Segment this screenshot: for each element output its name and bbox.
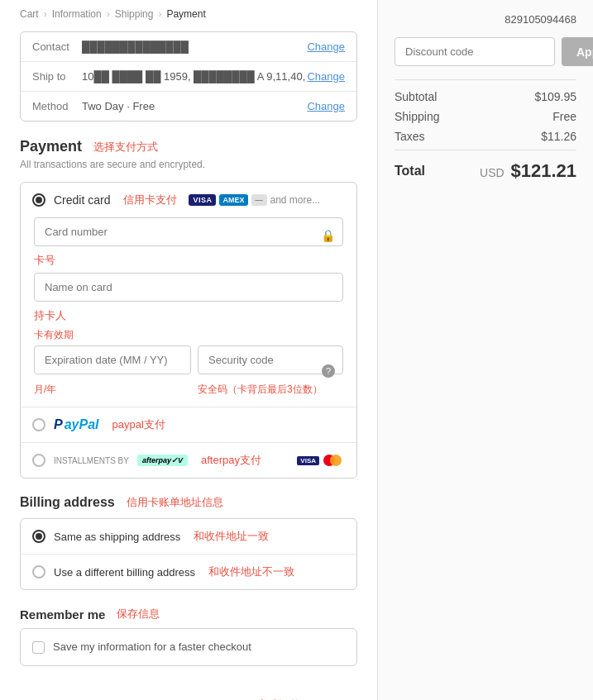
remember-section: Remember me 保存信息 Save my information for…	[20, 607, 357, 666]
paypal-radio[interactable]	[32, 418, 45, 431]
security-wrapper: ? 安全码（卡背后最后3位数）	[198, 345, 343, 397]
order-number: 829105094468	[395, 13, 576, 26]
remember-checkbox[interactable]	[32, 641, 45, 654]
payment-options: Credit card 信用卡支付 VISA AMEX — and more..…	[20, 182, 357, 479]
billing-chinese-title: 信用卡账单地址信息	[127, 495, 223, 510]
shipto-label: Ship to	[32, 70, 82, 83]
info-table: Contact ██████████████ Change Ship to 10…	[20, 31, 357, 121]
paypal-p: P	[54, 417, 63, 432]
security-annotation: 安全码（卡背后最后3位数）	[198, 383, 343, 397]
total-value: $121.21	[510, 160, 576, 181]
expiry-input[interactable]	[34, 345, 191, 374]
card-form: 🔒 卡号 持卡人 卡有效期 月/年 ? 安全码（卡	[32, 217, 345, 397]
payment-option-afterpay[interactable]: INSTALLMENTS BY afterpay✓V afterpay支付 VI…	[21, 443, 356, 478]
payment-option-credit-card[interactable]: Credit card 信用卡支付 VISA AMEX — and more..…	[21, 183, 356, 407]
subtotal-label: Subtotal	[395, 90, 437, 103]
expiry-wrapper: 月/年	[34, 345, 191, 397]
contact-label: Contact	[32, 40, 82, 53]
visa-icon: VISA	[189, 194, 216, 206]
total-row: Total USD $121.21	[395, 150, 576, 182]
billing-diff-chinese: 和收件地址不一致	[208, 564, 294, 579]
breadcrumb-sep-1: ›	[44, 8, 47, 20]
down-arrow-icon: ↓	[305, 696, 313, 700]
credit-card-radio[interactable]	[32, 193, 45, 207]
billing-same-label: Same as shipping address	[54, 531, 180, 543]
payment-subtitle: All transactions are secure and encrypte…	[20, 159, 357, 170]
taxes-row: Taxes $11.26	[395, 130, 576, 143]
mastercard-icon	[323, 454, 345, 467]
other-card-icon: —	[251, 194, 267, 206]
apply-button[interactable]: Apply	[562, 37, 593, 66]
info-row-shipto: Ship to 10██ ████ ██ 1959, ████████ A 9,…	[21, 62, 356, 92]
info-row-contact: Contact ██████████████ Change	[21, 32, 356, 62]
bottom-bar: < Return to shipping 完成订单 ↓ Complete ord…	[20, 683, 357, 700]
complete-annotation: 完成订单	[257, 698, 300, 701]
card-icons: VISA AMEX — and more...	[189, 194, 320, 206]
breadcrumb-shipping[interactable]: Shipping	[115, 8, 154, 20]
afterpay-logo: afterpay✓V	[137, 455, 188, 466]
billing-diff-label: Use a different billing address	[54, 566, 195, 579]
contact-change[interactable]: Change	[307, 40, 345, 53]
billing-diff-radio[interactable]	[32, 565, 45, 579]
expiry-annotation: 月/年	[34, 383, 191, 397]
shipping-label: Shipping	[395, 110, 440, 123]
right-panel: 829105094468 Apply Subtotal $109.95 Ship…	[378, 0, 593, 700]
shipto-change[interactable]: Change	[307, 70, 345, 83]
paypal-chinese: paypal支付	[112, 417, 165, 432]
billing-option-same[interactable]: Same as shipping address 和收件地址一致	[21, 519, 356, 555]
afterpay-visa-icon: VISA	[297, 456, 319, 465]
paypal-rest: ayPal	[65, 417, 99, 432]
amex-icon: AMEX	[219, 194, 247, 206]
method-value: Two Day · Free	[82, 100, 307, 112]
more-cards-text: and more...	[270, 194, 321, 206]
remember-box: Save my information for a faster checkou…	[20, 628, 357, 666]
remember-label: Save my information for a faster checkou…	[53, 640, 251, 653]
taxes-label: Taxes	[395, 130, 425, 143]
installments-by-text: INSTALLMENTS BY	[54, 456, 129, 465]
card-number-annotation: 卡号	[34, 253, 343, 268]
card-name-annotation: 持卡人	[34, 308, 343, 323]
card-number-input[interactable]	[34, 217, 343, 246]
discount-input[interactable]	[395, 37, 555, 66]
method-label: Method	[32, 100, 82, 112]
info-row-method: Method Two Day · Free Change	[21, 92, 356, 121]
method-change[interactable]: Change	[307, 100, 345, 112]
breadcrumb-information[interactable]: Information	[52, 8, 102, 20]
subtotal-row: Subtotal $109.95	[395, 90, 576, 103]
afterpay-card-icons: VISA	[297, 454, 345, 467]
afterpay-radio[interactable]	[32, 454, 45, 467]
billing-option-different[interactable]: Use a different billing address 和收件地址不一致	[21, 555, 356, 589]
total-label: Total	[395, 164, 425, 179]
breadcrumb: Cart › Information › Shipping › Payment	[20, 0, 357, 31]
card-expiry-section-label: 卡有效期	[34, 328, 343, 342]
billing-same-chinese: 和收件地址一致	[194, 529, 269, 544]
afterpay-chinese: afterpay支付	[201, 453, 261, 468]
paypal-logo: P ayPal	[54, 417, 98, 432]
card-name-input[interactable]	[34, 273, 343, 302]
contact-value: ██████████████	[82, 40, 307, 53]
breadcrumb-payment: Payment	[166, 8, 205, 20]
billing-title-text: Billing address	[20, 495, 115, 510]
billing-section: Billing address 信用卡账单地址信息 Same as shippi…	[20, 495, 357, 590]
price-rows: Subtotal $109.95 Shipping Free Taxes $11…	[395, 79, 576, 143]
payment-title-text: Payment	[20, 138, 82, 155]
billing-same-radio[interactable]	[32, 530, 45, 543]
credit-card-label: Credit card	[54, 193, 110, 207]
billing-title: Billing address 信用卡账单地址信息	[20, 495, 357, 510]
breadcrumb-sep-2: ›	[107, 8, 110, 20]
remember-chinese: 保存信息	[117, 607, 160, 621]
total-value-wrapper: USD $121.21	[480, 160, 576, 182]
billing-options: Same as shipping address 和收件地址一致 Use a d…	[20, 518, 357, 590]
shipping-row: Shipping Free	[395, 110, 576, 123]
payment-section-title: Payment 选择支付方式	[20, 138, 357, 155]
subtotal-value: $109.95	[534, 90, 576, 103]
payment-chinese-title: 选择支付方式	[93, 140, 158, 155]
shipping-value: Free	[552, 110, 576, 123]
breadcrumb-cart[interactable]: Cart	[20, 8, 39, 20]
taxes-value: $11.26	[541, 130, 576, 143]
security-help-icon[interactable]: ?	[322, 364, 335, 378]
discount-row: Apply	[395, 37, 576, 66]
breadcrumb-sep-3: ›	[158, 8, 161, 20]
complete-annotation-wrapper: 完成订单 ↓	[257, 696, 313, 700]
payment-option-paypal[interactable]: P ayPal paypal支付	[21, 407, 356, 443]
